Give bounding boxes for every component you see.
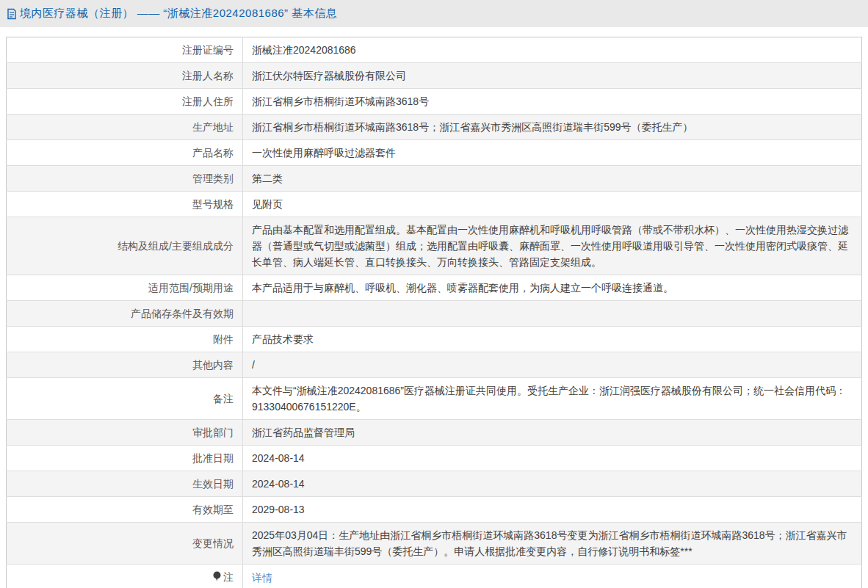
row-value-text: 浙江省桐乡市梧桐街道环城南路3618号 bbox=[252, 95, 429, 107]
row-value-text: 产品技术要求 bbox=[252, 333, 314, 345]
row-label: 注册人住所 bbox=[7, 89, 243, 115]
row-label-text: 其他内容 bbox=[192, 359, 234, 371]
table-row: 管理类别第二类 bbox=[7, 166, 862, 192]
row-label: 产品名称 bbox=[7, 140, 243, 166]
row-label: 其他内容 bbox=[7, 352, 243, 378]
row-value: 产品由基本配置和选用配置组成。基本配置由一次性使用麻醉机和呼吸机用呼吸管路（带或… bbox=[243, 217, 862, 275]
row-label: 有效期至 bbox=[7, 497, 243, 523]
table-row: 型号规格见附页 bbox=[7, 192, 862, 217]
table-row: 产品名称一次性使用麻醉呼吸过滤器套件 bbox=[7, 140, 862, 166]
row-value: 详情 bbox=[243, 565, 862, 588]
row-value: 2024-08-14 bbox=[243, 471, 862, 497]
row-label: 产品储存条件及有效期 bbox=[7, 301, 243, 327]
row-label: 注册证编号 bbox=[7, 37, 243, 63]
row-value-text: 产品由基本配置和选用配置组成。基本配置由一次性使用麻醉机和呼吸机用呼吸管路（带或… bbox=[252, 224, 848, 268]
row-label-text: 审批部门 bbox=[192, 427, 234, 438]
row-label-text: 产品名称 bbox=[192, 147, 234, 159]
row-label: 生产地址 bbox=[7, 115, 243, 140]
row-value-text: 浙江省药品监督管理局 bbox=[252, 427, 355, 438]
row-label: 结构及组成/主要组成成分 bbox=[7, 217, 243, 275]
row-value: 见附页 bbox=[243, 192, 862, 217]
row-value-text: 见附页 bbox=[252, 198, 283, 210]
row-label: 适用范围/预期用途 bbox=[7, 275, 243, 301]
table-row: 附件产品技术要求 bbox=[7, 327, 862, 352]
row-value: 浙江伏尔特医疗器械股份有限公司 bbox=[243, 63, 862, 89]
table-row: 有效期至2029-08-13 bbox=[7, 497, 862, 523]
row-label: 审批部门 bbox=[7, 420, 243, 446]
page-header: 境内医疗器械（注册） —— “浙械注准20242081686” 基本信息 bbox=[0, 0, 868, 27]
row-label-text: 生产地址 bbox=[192, 121, 234, 133]
row-label: 变更情况 bbox=[7, 523, 243, 565]
table-row: 批准日期2024-08-14 bbox=[7, 446, 862, 471]
row-label: 附件 bbox=[7, 327, 243, 352]
row-label: 管理类别 bbox=[7, 166, 243, 192]
row-label-text: 批准日期 bbox=[192, 452, 234, 464]
row-label-text: 附件 bbox=[213, 333, 234, 345]
table-row: 审批部门浙江省药品监督管理局 bbox=[7, 420, 862, 446]
row-value: 浙江省桐乡市梧桐街道环城南路3618号 bbox=[243, 89, 862, 115]
row-value-text: 本文件与“浙械注准20242081686”医疗器械注册证共同使用。受托生产企业：… bbox=[252, 385, 846, 413]
row-value: 2029-08-13 bbox=[243, 497, 862, 523]
row-value-text: 浙械注准20242081686 bbox=[252, 44, 356, 56]
row-label-text: 结构及组成/主要组成成分 bbox=[117, 240, 234, 252]
row-value bbox=[243, 301, 862, 327]
registration-info-table: 注册证编号浙械注准20242081686注册人名称浙江伏尔特医疗器械股份有限公司… bbox=[6, 37, 862, 588]
row-value: 浙械注准20242081686 bbox=[243, 37, 862, 63]
table-row: 注详情 bbox=[7, 565, 862, 588]
table-row: 适用范围/预期用途本产品适用于与麻醉机、呼吸机、潮化器、喷雾器配套使用，为病人建… bbox=[7, 275, 862, 301]
row-value-text: / bbox=[252, 359, 255, 371]
row-value: 一次性使用麻醉呼吸过滤器套件 bbox=[243, 140, 862, 166]
row-value: 浙江省药品监督管理局 bbox=[243, 420, 862, 446]
lightbulb-note-icon bbox=[212, 570, 222, 587]
table-row: 结构及组成/主要组成成分产品由基本配置和选用配置组成。基本配置由一次性使用麻醉机… bbox=[7, 217, 862, 275]
row-value: 本产品适用于与麻醉机、呼吸机、潮化器、喷雾器配套使用，为病人建立一个呼吸连接通道… bbox=[243, 275, 862, 301]
row-label-text: 注册证编号 bbox=[182, 44, 234, 56]
row-label-text: 生效日期 bbox=[192, 478, 234, 490]
row-label-text: 管理类别 bbox=[192, 173, 234, 184]
table-row: 其他内容/ bbox=[7, 352, 862, 378]
row-label: 备注 bbox=[7, 378, 243, 420]
document-icon bbox=[6, 8, 18, 20]
row-label-text: 有效期至 bbox=[192, 504, 234, 515]
row-label-text: 注 bbox=[223, 571, 234, 583]
table-row: 注册人住所浙江省桐乡市梧桐街道环城南路3618号 bbox=[7, 89, 862, 115]
table-row: 注册证编号浙械注准20242081686 bbox=[7, 37, 862, 63]
row-value-text: 2024-08-14 bbox=[252, 452, 305, 464]
row-label-text: 备注 bbox=[213, 393, 234, 404]
row-value: 2024-08-14 bbox=[243, 446, 862, 471]
row-value-text: 2024-08-14 bbox=[252, 478, 305, 490]
row-label-text: 注册人名称 bbox=[182, 70, 234, 81]
row-value: 本文件与“浙械注准20242081686”医疗器械注册证共同使用。受托生产企业：… bbox=[243, 378, 862, 420]
row-value-text: 2029-08-13 bbox=[252, 504, 305, 515]
row-value: 2025年03月04日：生产地址由浙江省桐乡市梧桐街道环城南路3618号变更为浙… bbox=[243, 523, 862, 565]
row-value-text: 2025年03月04日：生产地址由浙江省桐乡市梧桐街道环城南路3618号变更为浙… bbox=[252, 529, 847, 557]
row-label: 注册人名称 bbox=[7, 63, 243, 89]
row-label: 批准日期 bbox=[7, 446, 243, 471]
row-value-text: 第二类 bbox=[252, 173, 283, 184]
row-value: / bbox=[243, 352, 862, 378]
row-label: 注 bbox=[7, 565, 243, 588]
row-label-text: 注册人住所 bbox=[182, 95, 234, 107]
row-value: 产品技术要求 bbox=[243, 327, 862, 352]
details-link[interactable]: 详情 bbox=[252, 572, 272, 584]
row-label-text: 适用范围/预期用途 bbox=[148, 282, 234, 294]
row-value-text: 浙江省桐乡市梧桐街道环城南路3618号；浙江省嘉兴市秀洲区高照街道瑞丰街599号… bbox=[252, 121, 693, 133]
table-row: 产品储存条件及有效期 bbox=[7, 301, 862, 327]
row-label: 型号规格 bbox=[7, 192, 243, 217]
page-title: 境内医疗器械（注册） —— “浙械注准20242081686” 基本信息 bbox=[20, 7, 337, 21]
row-value-text: 一次性使用麻醉呼吸过滤器套件 bbox=[252, 147, 396, 159]
row-value-text: 本产品适用于与麻醉机、呼吸机、潮化器、喷雾器配套使用，为病人建立一个呼吸连接通道… bbox=[252, 282, 673, 294]
table-row: 生效日期2024-08-14 bbox=[7, 471, 862, 497]
table-row: 注册人名称浙江伏尔特医疗器械股份有限公司 bbox=[7, 63, 862, 89]
row-label: 生效日期 bbox=[7, 471, 243, 497]
row-value: 浙江省桐乡市梧桐街道环城南路3618号；浙江省嘉兴市秀洲区高照街道瑞丰街599号… bbox=[243, 115, 862, 140]
row-label-text: 型号规格 bbox=[192, 198, 234, 210]
row-value-text: 浙江伏尔特医疗器械股份有限公司 bbox=[252, 70, 406, 81]
table-row: 变更情况2025年03月04日：生产地址由浙江省桐乡市梧桐街道环城南路3618号… bbox=[7, 523, 862, 565]
registration-info-panel: 注册证编号浙械注准20242081686注册人名称浙江伏尔特医疗器械股份有限公司… bbox=[0, 27, 868, 588]
row-label-text: 产品储存条件及有效期 bbox=[131, 308, 234, 319]
row-label-text: 变更情况 bbox=[192, 537, 234, 549]
row-value: 第二类 bbox=[243, 166, 862, 192]
table-row: 备注本文件与“浙械注准20242081686”医疗器械注册证共同使用。受托生产企… bbox=[7, 378, 862, 420]
table-row: 生产地址浙江省桐乡市梧桐街道环城南路3618号；浙江省嘉兴市秀洲区高照街道瑞丰街… bbox=[7, 115, 862, 140]
